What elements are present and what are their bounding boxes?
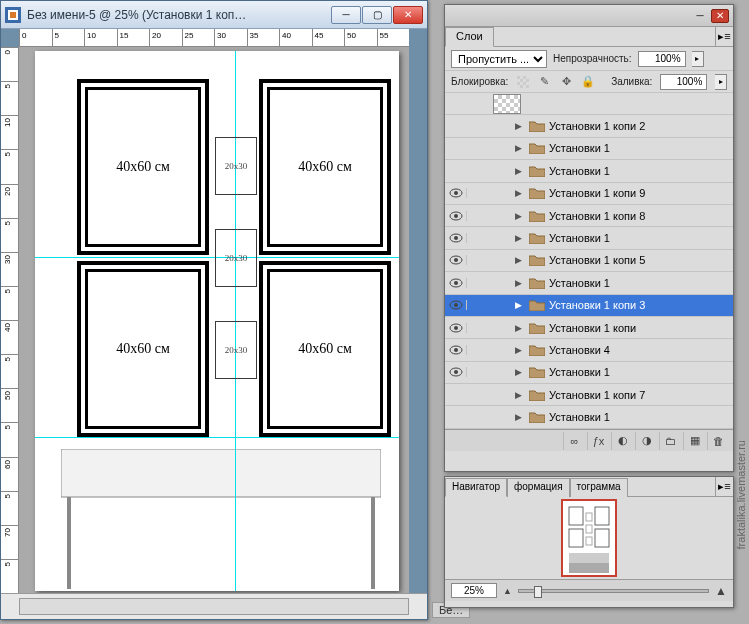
delete-layer-icon[interactable]: 🗑	[707, 432, 729, 450]
tab-navigator[interactable]: Навигатор	[445, 478, 507, 497]
lock-transparency-icon[interactable]	[516, 75, 530, 89]
layer-row[interactable]: ▶Установки 1 копи 5	[445, 250, 733, 272]
navigator-viewport-box[interactable]	[561, 499, 617, 577]
visibility-toggle[interactable]	[445, 233, 467, 243]
layer-row[interactable]: ▶Установки 1	[445, 272, 733, 294]
layer-row[interactable]: ▶Установки 1 копи 3	[445, 295, 733, 317]
visibility-toggle[interactable]	[445, 323, 467, 333]
lock-all-icon[interactable]: 🔒	[581, 75, 595, 89]
zoom-out-icon[interactable]: ▲	[503, 586, 512, 596]
layer-row[interactable]: ▶Установки 1	[445, 160, 733, 182]
layer-row[interactable]: ▶Установки 1	[445, 406, 733, 428]
lock-label: Блокировка:	[451, 76, 508, 87]
layer-name: Установки 1 копи 8	[549, 210, 645, 222]
horizontal-scrollbar[interactable]	[19, 598, 409, 615]
picture-frame-small[interactable]: 20x30	[215, 229, 257, 287]
blend-mode-select[interactable]: Пропустить ...	[451, 50, 547, 68]
picture-frame-large[interactable]: 40х60 см	[85, 87, 201, 247]
visibility-toggle[interactable]	[445, 367, 467, 377]
layer-row[interactable]: ▶Установки 1 копи 7	[445, 384, 733, 406]
svg-rect-30	[595, 529, 609, 547]
guide-horizontal[interactable]	[35, 437, 399, 438]
panel-menu-icon[interactable]: ▸≡	[715, 26, 733, 46]
navigator-zoom-field[interactable]: 25%	[451, 583, 497, 598]
new-layer-icon[interactable]: ▦	[683, 432, 705, 450]
zoom-slider-knob[interactable]	[534, 586, 542, 598]
disclosure-triangle-icon[interactable]: ▶	[515, 166, 525, 176]
tab-layers[interactable]: Слои	[445, 27, 494, 47]
navigator-menu-icon[interactable]: ▸≡	[715, 477, 733, 496]
fill-field[interactable]: 100%	[660, 74, 707, 90]
zoom-slider[interactable]	[518, 589, 709, 593]
svg-point-16	[454, 258, 458, 262]
tab-histogram[interactable]: тограмма	[570, 478, 628, 497]
disclosure-triangle-icon[interactable]: ▶	[515, 188, 525, 198]
disclosure-triangle-icon[interactable]: ▶	[515, 367, 525, 377]
picture-frame-small[interactable]: 20x30	[215, 137, 257, 195]
minimize-button[interactable]: ─	[331, 6, 361, 24]
panel-close-icon[interactable]: ✕	[711, 9, 729, 23]
disclosure-triangle-icon[interactable]: ▶	[515, 255, 525, 265]
visibility-toggle[interactable]	[445, 211, 467, 221]
picture-frame-large[interactable]: 40х60 см	[85, 269, 201, 429]
close-button[interactable]: ✕	[393, 6, 423, 24]
visibility-toggle[interactable]	[445, 300, 467, 310]
titlebar[interactable]: Без имени-5 @ 25% (Установки 1 коп… ─ ▢ …	[1, 1, 427, 29]
layer-row[interactable]: ▶Установки 1 копи 2	[445, 115, 733, 137]
disclosure-triangle-icon[interactable]: ▶	[515, 278, 525, 288]
panel-header[interactable]: ─ ✕	[445, 5, 733, 27]
layer-row[interactable]: ▶Установки 1 копи	[445, 317, 733, 339]
fill-flyout-icon[interactable]: ▸	[715, 74, 727, 90]
disclosure-triangle-icon[interactable]: ▶	[515, 121, 525, 131]
visibility-toggle[interactable]	[445, 278, 467, 288]
folder-icon	[529, 142, 545, 154]
layer-row[interactable]: ▶Установки 1	[445, 227, 733, 249]
vertical-ruler[interactable]: 05105205305405505605705	[1, 47, 19, 593]
picture-frame-small[interactable]: 20x30	[215, 321, 257, 379]
new-group-icon[interactable]: 🗀	[659, 432, 681, 450]
picture-frame-large[interactable]: 40х60 см	[267, 269, 383, 429]
layer-row[interactable]: ▶Установки 1 копи 9	[445, 183, 733, 205]
tab-info[interactable]: формация	[507, 478, 570, 497]
opacity-field[interactable]: 100%	[638, 51, 686, 67]
visibility-toggle[interactable]	[445, 255, 467, 265]
navigator-preview[interactable]	[445, 497, 733, 579]
disclosure-triangle-icon[interactable]: ▶	[515, 323, 525, 333]
adjustment-layer-icon[interactable]: ◑	[635, 432, 657, 450]
disclosure-triangle-icon[interactable]: ▶	[515, 233, 525, 243]
svg-rect-31	[586, 513, 592, 521]
layer-row[interactable]: ▶Установки 1	[445, 362, 733, 384]
lock-pixels-icon[interactable]: ✎	[538, 75, 552, 89]
opacity-flyout-icon[interactable]: ▸	[692, 51, 704, 67]
maximize-button[interactable]: ▢	[362, 6, 392, 24]
layer-row[interactable]: ▶Установки 4	[445, 339, 733, 361]
disclosure-triangle-icon[interactable]: ▶	[515, 211, 525, 221]
canvas-viewport[interactable]: 40х60 см40х60 см40х60 см40х60 см20x3020x…	[19, 47, 409, 593]
layer-thumb	[493, 94, 521, 114]
visibility-toggle[interactable]	[445, 188, 467, 198]
disclosure-triangle-icon[interactable]: ▶	[515, 345, 525, 355]
disclosure-triangle-icon[interactable]: ▶	[515, 412, 525, 422]
layer-row[interactable]: ▶Установки 1	[445, 138, 733, 160]
svg-point-10	[454, 191, 458, 195]
panel-minimize-icon[interactable]: ─	[691, 9, 709, 23]
layer-list[interactable]: ▶Установки 1 копи 2▶Установки 1▶Установк…	[445, 93, 733, 429]
svg-point-26	[454, 370, 458, 374]
disclosure-triangle-icon[interactable]: ▶	[515, 300, 525, 310]
disclosure-triangle-icon[interactable]: ▶	[515, 390, 525, 400]
folder-icon	[529, 254, 545, 266]
layer-style-icon[interactable]: ƒх	[587, 432, 609, 450]
picture-frame-large[interactable]: 40х60 см	[267, 87, 383, 247]
layer-row-thumb[interactable]	[445, 93, 733, 115]
svg-rect-34	[569, 553, 609, 563]
zoom-in-icon[interactable]: ▲	[715, 584, 727, 598]
canvas-page[interactable]: 40х60 см40х60 см40х60 см40х60 см20x3020x…	[35, 51, 399, 591]
visibility-toggle[interactable]	[445, 345, 467, 355]
layer-row[interactable]: ▶Установки 1 копи 8	[445, 205, 733, 227]
document-title: Без имени-5 @ 25% (Установки 1 коп…	[27, 8, 331, 22]
link-layers-icon[interactable]: ∞	[563, 432, 585, 450]
layer-mask-icon[interactable]: ◐	[611, 432, 633, 450]
disclosure-triangle-icon[interactable]: ▶	[515, 143, 525, 153]
lock-position-icon[interactable]: ✥	[560, 75, 574, 89]
horizontal-ruler[interactable]: 0510152025303540455055	[19, 29, 409, 47]
